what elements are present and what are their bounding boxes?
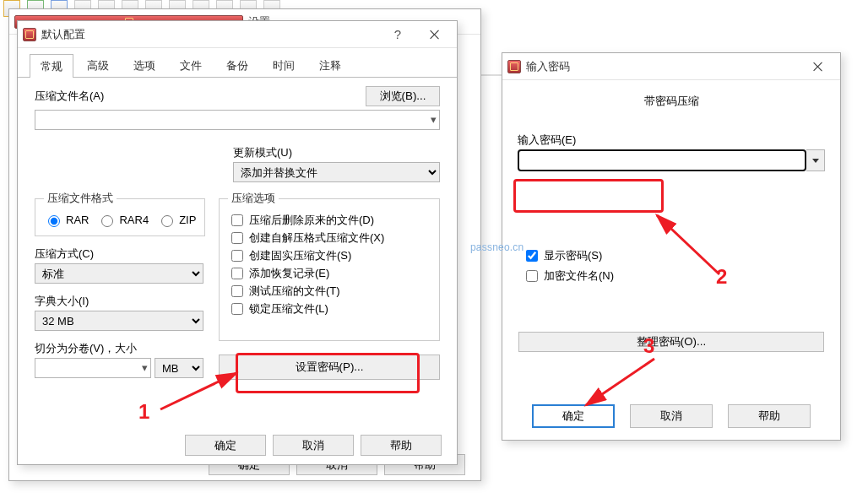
browse-button[interactable]: 浏览(B)...: [366, 86, 440, 106]
watermark: passneo.cn: [470, 241, 524, 253]
compression-method-select[interactable]: 标准: [35, 263, 203, 284]
encrypt-names-checkbox[interactable]: 加密文件名(N): [523, 268, 825, 284]
dialog1-help-button[interactable]: [379, 23, 416, 46]
winrar-icon: [23, 28, 36, 41]
archive-name-input[interactable]: [35, 110, 440, 130]
format-zip[interactable]: ZIP: [157, 213, 196, 227]
set-password-button[interactable]: 设置密码(P)...: [219, 355, 440, 380]
default-profile-dialog: 默认配置 常规 高级 选项 文件 备份 时间 注释 压缩文件名(A) 浏览(B)…: [17, 20, 458, 465]
dialog2-titlebar: 输入密码: [502, 53, 840, 80]
close-icon: [430, 30, 440, 40]
dialog1-ok-button[interactable]: 确定: [185, 435, 266, 456]
compression-method-label: 压缩方式(C): [35, 246, 203, 262]
split-label: 切分为分卷(V)，大小: [35, 341, 203, 356]
options-legend: 压缩选项: [228, 191, 279, 206]
dialog1-titlebar: 默认配置: [18, 21, 457, 48]
dialog2-subtitle: 带密码压缩: [518, 94, 825, 109]
dialog2-footer: 确定 取消 帮助: [502, 404, 840, 428]
format-legend: 压缩文件格式: [44, 191, 117, 206]
annotation-number-2: 2: [716, 265, 727, 289]
annotation-number-3: 3: [643, 334, 654, 358]
dialog1-help-button[interactable]: 帮助: [361, 435, 442, 456]
format-fieldset: 压缩文件格式 RAR RAR4 ZIP: [35, 191, 205, 236]
dialog1-title: 默认配置: [41, 27, 379, 42]
tab-files[interactable]: 文件: [169, 53, 213, 77]
tab-backup[interactable]: 备份: [215, 53, 259, 77]
winrar-icon: [507, 60, 521, 73]
dialog2-cancel-button[interactable]: 取消: [630, 404, 713, 428]
tab-comment[interactable]: 注释: [308, 53, 352, 77]
format-rar4[interactable]: RAR4: [97, 213, 149, 227]
dialog2-title: 输入密码: [526, 59, 800, 74]
organize-passwords-button[interactable]: 整理密码(O)...: [518, 332, 824, 352]
dict-size-label: 字典大小(I): [35, 294, 203, 309]
split-unit-select[interactable]: MB: [155, 358, 203, 378]
tabstrip: 常规 高级 选项 文件 备份 时间 注释: [18, 48, 457, 78]
split-size-input[interactable]: [35, 358, 151, 378]
tab-options[interactable]: 选项: [122, 53, 166, 77]
options-fieldset: 压缩选项 压缩后删除原来的文件(D) 创建自解压格式压缩文件(X) 创建固实压缩…: [219, 191, 440, 341]
tab-general[interactable]: 常规: [30, 54, 73, 78]
archive-name-label: 压缩文件名(A): [35, 89, 104, 104]
update-mode-select[interactable]: 添加并替换文件: [233, 162, 440, 182]
opt-sfx[interactable]: 创建自解压格式压缩文件(X): [228, 230, 431, 246]
opt-solid[interactable]: 创建固实压缩文件(S): [228, 247, 431, 264]
password-dialog: 输入密码 带密码压缩 输入密码(E) 显示密码(S) 加密文件名(N) 整理密码…: [502, 52, 841, 441]
dialog1-close-button[interactable]: [416, 23, 453, 46]
opt-test[interactable]: 测试压缩的文件(T): [228, 283, 431, 300]
password-dropdown-button[interactable]: [806, 149, 825, 171]
tab-time[interactable]: 时间: [262, 53, 306, 77]
password-label: 输入密码(E): [518, 133, 825, 148]
help-icon: [394, 27, 401, 41]
format-rar[interactable]: RAR: [44, 213, 89, 227]
dialog2-ok-button[interactable]: 确定: [532, 404, 615, 428]
opt-lock[interactable]: 锁定压缩文件(L): [228, 300, 431, 317]
close-icon: [813, 62, 823, 72]
dialog1-footer: 确定 取消 帮助: [18, 435, 457, 456]
update-mode-label: 更新模式(U): [233, 145, 440, 160]
opt-delete-after[interactable]: 压缩后删除原来的文件(D): [228, 212, 431, 229]
show-password-checkbox[interactable]: 显示密码(S): [523, 247, 825, 264]
dialog2-help-button[interactable]: 帮助: [728, 404, 811, 428]
dialog1-cancel-button[interactable]: 取消: [273, 435, 354, 456]
password-input[interactable]: [518, 149, 806, 171]
dict-size-select[interactable]: 32 MB: [35, 311, 203, 331]
opt-recovery[interactable]: 添加恢复记录(E): [228, 265, 431, 282]
annotation-number-1: 1: [138, 400, 149, 424]
dialog2-close-button[interactable]: [800, 55, 837, 78]
tab-advanced[interactable]: 高级: [76, 53, 120, 77]
